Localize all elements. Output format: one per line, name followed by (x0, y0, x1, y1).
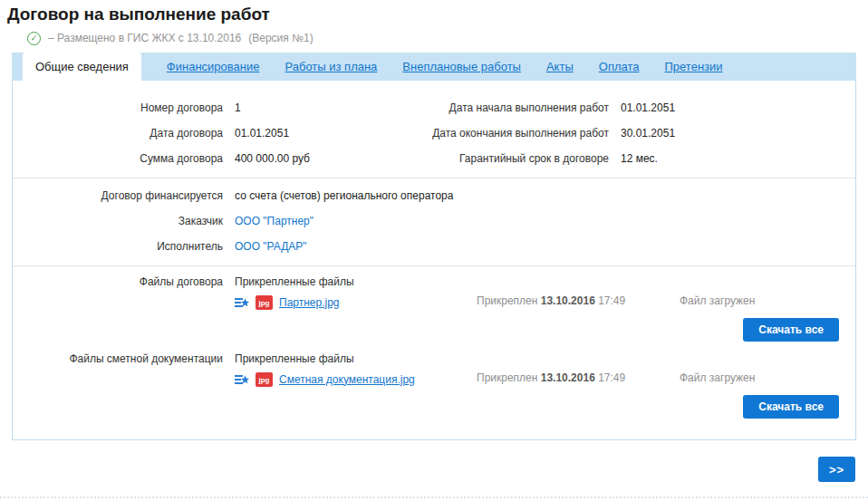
bottom-divider (0, 496, 868, 498)
customer-label: Заказчик (13, 215, 223, 228)
divider (13, 265, 855, 266)
file-upload-status: Файл загружен (680, 275, 755, 311)
financing-row: Договор финансируется со счета (счетов) … (13, 189, 855, 203)
version-label: (Версия №1) (248, 32, 313, 45)
estimate-files-label: Файлы сметной документации (13, 352, 223, 388)
estimate-files-section: Файлы сметной документации Прикрепленные… (13, 352, 855, 419)
contract-number-value: 1 (235, 101, 416, 115)
contractor-label: Исполнитель (13, 240, 223, 254)
customer-link[interactable]: ООО "Партнер" (235, 215, 313, 228)
contract-sum-value: 400 000.00 руб (235, 152, 416, 166)
attached-files-block: Прикрепленные файлы jpg Партнер.jpg (235, 275, 477, 311)
contractor-link[interactable]: ООО "РАДАР" (235, 240, 307, 254)
attached-files-block: Прикрепленные файлы jpg Сметная документ… (235, 352, 477, 388)
contract-sum-label: Сумма договора (13, 152, 223, 166)
attached-time: 17:49 (598, 371, 625, 384)
financed-by-label: Договор финансируется (13, 189, 223, 203)
attached-files-title: Прикрепленные файлы (235, 275, 477, 289)
attached-date: 13.10.2016 (541, 371, 595, 384)
file-row: jpg Сметная документация.jpg (235, 371, 477, 388)
financing-row: Исполнитель ООО "РАДАР" (13, 240, 855, 254)
contract-number-label: Номер договора (13, 101, 223, 115)
attached-info: Прикреплен 13.10.2016 17:49 (477, 352, 680, 388)
file-row: jpg Партнер.jpg (235, 294, 477, 311)
attached-files-title: Прикрепленные файлы (235, 352, 477, 366)
financed-by-value: со счета (счетов) регионального оператор… (235, 189, 453, 203)
contract-file-link[interactable]: Партнер.jpg (279, 296, 340, 310)
financing-row: Заказчик ООО "Партнер" (13, 215, 855, 228)
signature-icon (235, 296, 249, 310)
jpg-file-icon: jpg (256, 372, 273, 387)
tab-general-info[interactable]: Общие сведения (23, 53, 141, 81)
attached-date: 13.10.2016 (541, 294, 595, 307)
divider (13, 178, 855, 178)
general-row: Сумма договора 400 000.00 руб Гарантийны… (13, 152, 855, 166)
tab-acts[interactable]: Акты (546, 60, 574, 73)
tab-bar: Общие сведения Финансирование Работы из … (12, 53, 856, 81)
download-all-button[interactable]: Скачать все (743, 395, 839, 419)
tab-financing[interactable]: Финансирование (167, 60, 260, 73)
general-info-panel: Номер договора 1 Дата начала выполнения … (12, 81, 856, 440)
work-start-date-label: Дата начала выполнения работ (428, 101, 609, 115)
contract-files-section: Файлы договора Прикрепленные файлы jpg П… (13, 275, 855, 342)
status-text: – Размещено в ГИС ЖКХ с 13.10.2016 (48, 32, 241, 45)
work-end-date-value: 30.01.2051 (621, 127, 675, 140)
tab-payment[interactable]: Оплата (599, 60, 640, 73)
next-page-button[interactable]: >> (818, 457, 855, 482)
publication-status: ✓ – Размещено в ГИС ЖКХ с 13.10.2016 (Ве… (27, 32, 868, 45)
work-end-date-label: Дата окончания выполнения работ (428, 127, 609, 140)
warranty-period-label: Гарантийный срок в договоре (428, 152, 609, 166)
file-upload-status: Файл загружен (680, 352, 755, 388)
general-row: Дата договора 01.01.2051 Дата окончания … (13, 127, 855, 140)
contract-date-value: 01.01.2051 (235, 127, 416, 140)
attached-time: 17:49 (598, 294, 625, 307)
estimate-file-link[interactable]: Сметная документация.jpg (279, 373, 415, 387)
check-circle-icon: ✓ (27, 32, 41, 45)
jpg-file-icon: jpg (256, 295, 273, 310)
signature-icon (235, 373, 249, 387)
download-all-button[interactable]: Скачать все (743, 318, 839, 342)
page-title: Договор на выполнение работ (7, 5, 868, 24)
attached-info: Прикреплен 13.10.2016 17:49 (477, 275, 680, 311)
contract-files-label: Файлы договора (13, 275, 223, 311)
tab-planned-works[interactable]: Работы из плана (285, 60, 377, 73)
general-row: Номер договора 1 Дата начала выполнения … (13, 101, 855, 115)
tab-claims[interactable]: Претензии (665, 60, 723, 73)
tab-unplanned-works[interactable]: Внеплановые работы (402, 60, 521, 73)
contract-date-label: Дата договора (13, 127, 223, 140)
warranty-period-value: 12 мес. (621, 152, 658, 166)
work-start-date-value: 01.01.2051 (621, 101, 675, 115)
